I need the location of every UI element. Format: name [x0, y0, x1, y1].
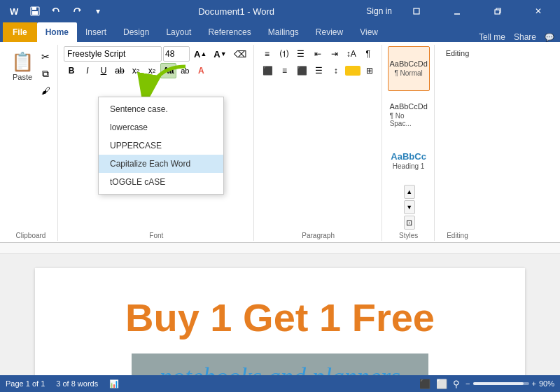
multilevel-btn[interactable]: ☰ [293, 46, 309, 62]
tab-design[interactable]: Design [115, 22, 158, 42]
decrease-font-btn[interactable]: A▼ [211, 46, 229, 62]
justify-btn[interactable]: ☰ [312, 63, 327, 78]
cut-btn[interactable]: ✂ [38, 49, 53, 64]
share-btn[interactable]: Share [514, 32, 536, 42]
show-para-btn[interactable]: ¶ [360, 46, 376, 62]
copy-btn[interactable]: ⧉ [38, 66, 53, 81]
styles-scroll-up[interactable]: ▲ [404, 185, 415, 199]
title-bar: W ▾ Document1 - Word Sign in ✕ [0, 0, 560, 22]
strikethrough-btn[interactable]: ab [112, 63, 127, 78]
sort-btn[interactable]: ↕A [344, 46, 359, 62]
document-page: Buy 1 Get 1 Free notebooks and planners [35, 268, 525, 392]
style-normal-label: ¶ Normal [394, 69, 422, 77]
toggle-case-item[interactable]: tOGGLE cASE [99, 173, 223, 191]
numbering-btn[interactable]: ⑴ [276, 46, 292, 62]
styles-scroll-down[interactable]: ▼ [404, 200, 415, 214]
paste-btn[interactable]: 📋 Paste [8, 46, 36, 85]
styles-content: AaBbCcDd ¶ Normal AaBbCcDd ¶ No Spac... … [388, 46, 430, 230]
undo-qat-btn[interactable] [48, 3, 64, 20]
document-area: Buy 1 Get 1 Free notebooks and planners [0, 254, 560, 392]
tab-file[interactable]: File [3, 22, 37, 42]
text-highlight-btn[interactable]: ab [177, 63, 192, 78]
page-indicator[interactable]: Page 1 of 1 [6, 379, 45, 388]
ribbon-tabs: File Home Insert Design Layout Reference… [0, 22, 560, 42]
editing-content: Editing [440, 46, 475, 60]
ribbon: 📋 Paste ✂ ⧉ 🖌 Clipboard Freestyle Script… [0, 42, 560, 243]
lowercase-item[interactable]: lowercase [99, 118, 223, 136]
comments-btn[interactable]: 💬 [545, 33, 554, 42]
increase-indent-btn[interactable]: ⇥ [327, 46, 342, 62]
change-case-dropdown: Sentence case. lowercase UPPERCASE Capit… [98, 97, 224, 195]
paste-label: Paste [13, 73, 32, 81]
italic-btn[interactable]: I [80, 63, 95, 78]
tell-me-btn[interactable]: Tell me [479, 32, 505, 42]
svg-rect-7 [414, 8, 419, 14]
status-right: ⬛ ⬜ ⚲ − + 90% [419, 379, 554, 389]
tab-references[interactable]: References [200, 22, 259, 42]
editing-group: Editing Editing [436, 45, 479, 241]
font-size-input[interactable]: 48 [163, 46, 190, 62]
redo-qat-btn[interactable] [69, 3, 85, 20]
maximize-btn[interactable] [482, 0, 514, 22]
bullets-btn[interactable]: ≡ [260, 46, 275, 62]
underline-btn[interactable]: U [96, 63, 111, 78]
zoom-in-btn[interactable]: + [532, 379, 536, 388]
tab-home[interactable]: Home [37, 22, 77, 42]
styles-expand[interactable]: ⊡ [404, 216, 415, 230]
style-normal[interactable]: AaBbCcDd ¶ Normal [388, 46, 430, 91]
format-painter-btn[interactable]: 🖌 [38, 83, 53, 98]
status-bar: Page 1 of 1 3 of 8 words 📊 ⬛ ⬜ ⚲ − + 90% [0, 375, 560, 392]
change-case-btn[interactable]: Aa [160, 63, 176, 78]
clipboard-group: 📋 Paste ✂ ⧉ 🖌 Clipboard [4, 45, 58, 241]
style-no-spacing-label: ¶ No Spac... [390, 112, 428, 127]
close-btn[interactable]: ✕ [522, 0, 554, 22]
align-row: ⬛ ≡ ⬛ ☰ ↕ ⊞ [260, 63, 377, 78]
borders-btn[interactable]: ⊞ [362, 63, 377, 78]
view-outline-btn[interactable]: ⚲ [453, 379, 460, 389]
minimize-btn[interactable] [441, 0, 473, 22]
tab-view[interactable]: View [351, 22, 386, 42]
zoom-level[interactable]: 90% [539, 379, 554, 388]
sign-in-btn[interactable]: Sign in [366, 6, 392, 16]
increase-font-btn[interactable]: A▲ [191, 46, 209, 62]
tab-mailings[interactable]: Mailings [260, 22, 307, 42]
customize-qat-btn[interactable]: ▾ [90, 3, 106, 20]
superscript-btn[interactable]: x2 [144, 63, 160, 78]
view-normal-btn[interactable]: ⬛ [419, 379, 430, 389]
title-bar-right: Sign in ✕ [366, 0, 554, 22]
restore-window-btn[interactable] [400, 0, 433, 22]
style-heading1-label: Heading 1 [393, 162, 425, 170]
save-qat-btn[interactable] [27, 3, 43, 20]
ruler [0, 243, 560, 254]
style-no-spacing[interactable]: AaBbCcDd ¶ No Spac... [388, 92, 430, 137]
style-heading1[interactable]: AaBbCc Heading 1 [388, 139, 430, 183]
font-name-input[interactable]: Freestyle Script [64, 46, 162, 62]
shading-btn[interactable] [345, 66, 360, 76]
zoom-slider[interactable] [473, 382, 529, 385]
tab-insert[interactable]: Insert [77, 22, 115, 42]
align-right-btn[interactable]: ⬛ [294, 63, 310, 78]
line-spacing-btn[interactable]: ↕ [328, 63, 344, 78]
clipboard-label: Clipboard [4, 232, 57, 239]
clear-format-btn[interactable]: ⌫ [231, 46, 249, 62]
tab-review[interactable]: Review [307, 22, 351, 42]
paragraph-label: Paragraph [255, 232, 382, 239]
tab-layout[interactable]: Layout [158, 22, 200, 42]
bold-btn[interactable]: B [64, 63, 79, 78]
font-color-btn[interactable]: A [193, 63, 209, 78]
svg-text:W: W [10, 6, 19, 17]
word-count[interactable]: 3 of 8 words [56, 379, 98, 388]
capitalize-each-word-item[interactable]: Capitalize Each Word [99, 155, 223, 173]
align-center-btn[interactable]: ≡ [277, 63, 293, 78]
font-name-row: Freestyle Script 48 A▲ A▼ ⌫ [64, 46, 249, 62]
paragraph-group: ≡ ⑴ ☰ ⇤ ⇥ ↕A ¶ ⬛ ≡ ⬛ ☰ ↕ ⊞ Paragraph [255, 45, 382, 241]
view-web-btn[interactable]: ⬜ [436, 379, 447, 389]
align-left-btn[interactable]: ⬛ [260, 63, 276, 78]
word-icon: W [6, 3, 22, 20]
subscript-btn[interactable]: x2 [128, 63, 144, 78]
decrease-indent-btn[interactable]: ⇤ [310, 46, 326, 62]
uppercase-item[interactable]: UPPERCASE [99, 136, 223, 155]
styles-group: AaBbCcDd ¶ Normal AaBbCcDd ¶ No Spac... … [384, 45, 435, 241]
zoom-out-btn[interactable]: − [465, 379, 470, 388]
sentence-case-item[interactable]: Sentence case. [99, 100, 223, 118]
